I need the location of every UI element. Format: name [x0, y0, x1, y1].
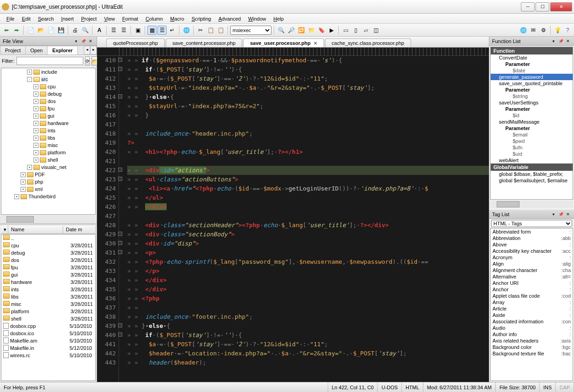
toggle-a-icon[interactable]: A	[95, 26, 104, 35]
maximize-button[interactable]: ☐	[536, 2, 549, 11]
tag-item[interactable]: Author info:	[491, 331, 573, 338]
tag-item[interactable]: Background color:bgc	[491, 344, 573, 350]
pane-menu-icon[interactable]: ▾	[550, 211, 557, 218]
tag-item[interactable]: Acronym:	[491, 254, 573, 261]
list-item[interactable]: shell3/28/2011	[1, 315, 95, 322]
pane-close-icon[interactable]: ✕	[565, 211, 571, 218]
list-item[interactable]: winres.rc5/10/2010	[1, 352, 95, 359]
tag-item[interactable]: Abbreviated form:	[491, 229, 573, 235]
pane-close-icon[interactable]: ✕	[565, 38, 571, 44]
indent-icon[interactable]: ☰	[109, 26, 118, 35]
tag-item[interactable]: Accessibility key character:acc	[491, 248, 573, 254]
tag-item[interactable]: Aside:	[491, 312, 573, 318]
line-numbers-icon[interactable]: ☰	[157, 26, 167, 35]
find-icon[interactable]: 🔍	[276, 26, 286, 35]
editor-tab[interactable]: cache_sync.class.processor.php	[325, 38, 411, 47]
tag-item[interactable]: Article:	[491, 305, 573, 312]
list-item[interactable]: dos3/28/2011	[1, 256, 95, 264]
tree-node[interactable]: +hardware	[1, 120, 95, 127]
list-item[interactable]: Makefile.am5/10/2010	[1, 337, 95, 344]
list-item[interactable]: fpu3/28/2011	[1, 264, 95, 271]
function-item[interactable]: Parameter	[491, 61, 573, 67]
menu-view[interactable]: View	[100, 15, 119, 22]
mail-icon[interactable]: ✉	[529, 26, 538, 35]
tag-list[interactable]: Abbreviated form:Abbreviation:abbAbove:A…	[490, 228, 573, 381]
tree-node[interactable]: +xml	[1, 185, 95, 193]
list-item[interactable]: dosbox.cpp5/10/2010	[1, 322, 95, 330]
function-item[interactable]: $email	[491, 131, 573, 138]
find-next-icon[interactable]: 🔎	[287, 26, 296, 35]
column-mode-icon[interactable]: ▦	[147, 26, 157, 35]
editor-tab[interactable]: save_user.processor.php✕	[243, 38, 324, 47]
file-view-tab-project[interactable]: Project	[0, 46, 26, 54]
tree-node[interactable]: +gui	[1, 112, 95, 120]
menu-column[interactable]: Column	[142, 15, 167, 22]
tree-node[interactable]: +cpu	[1, 83, 95, 90]
tag-item[interactable]: Alternative:alt=	[491, 273, 573, 280]
list-item[interactable]: hardware3/28/2011	[1, 278, 95, 286]
minimize-button[interactable]: ─	[521, 2, 535, 11]
list-item[interactable]: gui3/28/2011	[1, 271, 95, 278]
tree-node[interactable]: +ints	[1, 127, 95, 134]
splitter[interactable]	[0, 223, 97, 225]
menu-scripting[interactable]: Scripting	[188, 15, 215, 22]
list-item[interactable]: cpu3/28/2011	[1, 242, 95, 249]
tag-item[interactable]: Anchor:	[491, 286, 573, 293]
menu-project[interactable]: Project	[77, 15, 100, 22]
help-tip-icon[interactable]: 💡	[553, 26, 562, 35]
tab-left-icon[interactable]: ◂	[84, 46, 90, 54]
refresh-icon[interactable]: ⟳	[85, 56, 90, 65]
list-col-name[interactable]: Name	[8, 226, 63, 234]
save-icon[interactable]: 💾	[56, 26, 65, 35]
next-bookmark-icon[interactable]: ▶	[327, 26, 336, 35]
func-hscroll[interactable]	[490, 201, 573, 208]
close-file-icon[interactable]: 📄	[46, 26, 55, 35]
file-list[interactable]: ..cpu3/28/2011debug3/28/2011dos3/28/2011…	[1, 234, 96, 381]
tab-close-icon[interactable]: ✕	[314, 41, 317, 46]
filter-input[interactable]	[16, 57, 83, 65]
list-item[interactable]: platform3/28/2011	[1, 308, 95, 315]
window-1-icon[interactable]: ▭	[341, 26, 350, 35]
command-combo[interactable]: msiexec	[230, 26, 271, 35]
tree-node[interactable]: +fpu	[1, 105, 95, 112]
list-col-date[interactable]: Date m	[63, 226, 96, 234]
tree-node[interactable]: -src	[1, 76, 95, 83]
tag-item[interactable]: Applet class file code:cod	[491, 293, 573, 299]
tree-node[interactable]: +php	[1, 178, 95, 185]
menu-macro[interactable]: Macro	[167, 15, 188, 22]
find-in-files-icon[interactable]: 📁	[307, 26, 316, 35]
replace-icon[interactable]: 🔁	[297, 26, 306, 35]
code-area[interactable]: » » if·($genpassword·==·1·&&·$passwordno…	[119, 56, 489, 382]
list-item[interactable]: libs3/28/2011	[1, 293, 95, 300]
settings-icon[interactable]: ⚙	[539, 26, 548, 35]
tag-item[interactable]: Above:	[491, 241, 573, 248]
function-item[interactable]: $date	[491, 67, 573, 74]
function-item[interactable]: sendMailMessage	[491, 119, 573, 125]
tree-node[interactable]: +Thunderbird	[1, 193, 95, 200]
open-file-icon[interactable]: 📂	[36, 26, 45, 35]
copy-icon[interactable]: 📋	[206, 26, 215, 35]
editor-tab[interactable]: save_content.processor.php	[166, 38, 243, 47]
list-item[interactable]: misc3/28/2011	[1, 300, 95, 308]
tree-node[interactable]: +shell	[1, 156, 95, 163]
tag-item[interactable]: Background texture file:bac	[491, 350, 573, 357]
back-icon[interactable]: ⬅	[2, 26, 11, 35]
function-item[interactable]: $pwd	[491, 138, 573, 144]
function-item[interactable]: save_user_quoted_printable	[491, 80, 573, 87]
tree-node[interactable]: +debug	[1, 90, 95, 98]
tree-node[interactable]: +platform	[1, 149, 95, 156]
global-item[interactable]: global $emailsubject, $emailse	[491, 177, 573, 184]
pane-pin-icon[interactable]: 📌	[80, 38, 87, 44]
tag-item[interactable]: Align:alig	[491, 261, 573, 267]
function-item[interactable]: ConvertDate	[491, 54, 573, 61]
function-item[interactable]: $string	[491, 93, 573, 99]
tree-node[interactable]: +include	[1, 68, 95, 76]
tree-node[interactable]: +misc	[1, 142, 95, 149]
file-view-tab-open[interactable]: Open	[25, 46, 48, 54]
function-item[interactable]: $ufn	[491, 144, 573, 151]
tag-list-combo[interactable]: HTML - Tags	[491, 220, 572, 227]
function-item[interactable]: $id	[491, 112, 573, 119]
terminal-icon[interactable]: ▣	[133, 26, 142, 35]
list-icon-col[interactable]: ▾	[1, 226, 8, 234]
tree-hscroll[interactable]	[0, 216, 97, 223]
